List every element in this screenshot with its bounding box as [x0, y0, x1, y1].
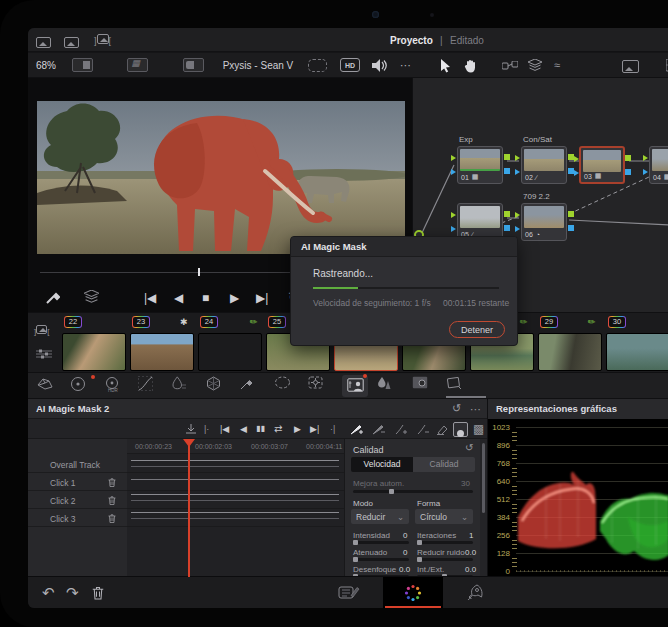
eraser-icon[interactable]: [436, 423, 449, 435]
trash-icon[interactable]: [108, 478, 116, 487]
mask-overlay-toggle[interactable]: [453, 422, 468, 437]
tracker-icon[interactable]: [308, 376, 334, 396]
forma-dropdown[interactable]: Círculo⌄: [415, 509, 473, 524]
blur-icon[interactable]: [378, 376, 404, 396]
last-frame-icon[interactable]: ▶|: [310, 425, 319, 434]
clips-filter-icon[interactable]: ][: [34, 325, 49, 336]
matte-view-icon[interactable]: ▩: [473, 423, 484, 435]
stroke-subtract-icon[interactable]: [416, 423, 429, 435]
first-frame-icon[interactable]: |◀: [220, 425, 229, 434]
undo-icon[interactable]: ↶: [42, 585, 55, 600]
eyedropper-icon[interactable]: [240, 376, 266, 396]
sizing-icon[interactable]: [446, 376, 472, 396]
track-bidirectional-icon[interactable]: ⇄: [274, 424, 282, 434]
settings-reset-icon[interactable]: ↺: [465, 443, 473, 453]
param-slider[interactable]: [417, 541, 473, 544]
stop-button[interactable]: Detener: [449, 321, 505, 338]
track-lanes[interactable]: [127, 454, 344, 577]
zoom-level[interactable]: 68%: [36, 61, 56, 71]
hand-tool-icon[interactable]: [464, 59, 477, 73]
mixer-icon[interactable]: ≈: [554, 60, 560, 71]
panel-menu-icon[interactable]: ⋯: [470, 404, 481, 415]
node-06[interactable]: 709 2.2 06◔: [521, 203, 567, 241]
qualifier-droplet-icon[interactable]: [172, 376, 198, 396]
node-01[interactable]: Exp 01▦: [457, 146, 503, 184]
magic-mask-icon[interactable]: [342, 375, 368, 397]
param-slider[interactable]: [353, 541, 409, 544]
gallery-icon[interactable]: [36, 34, 51, 52]
color-picker-icon[interactable]: [46, 290, 60, 304]
deliver-page-icon[interactable]: [466, 584, 484, 602]
camera-raw-icon[interactable]: [36, 376, 62, 396]
play-reverse-icon[interactable]: ◀: [174, 292, 183, 304]
cursor-tool-icon[interactable]: [440, 59, 451, 73]
trash-icon[interactable]: [108, 514, 116, 523]
lut-gallery-icon[interactable]: [64, 34, 79, 52]
goto-first-icon[interactable]: |◀: [144, 292, 156, 304]
tab-calidad[interactable]: Calidad: [413, 457, 475, 472]
auto-improve-slider[interactable]: [353, 490, 473, 493]
track-reverse-icon[interactable]: ◀: [240, 425, 247, 434]
scope-axis-label: 256: [497, 531, 510, 540]
trash-icon[interactable]: [92, 586, 104, 600]
lightbox-view-icon[interactable]: [72, 58, 93, 72]
curves-icon[interactable]: [138, 376, 164, 396]
node-03-selected[interactable]: 03▦: [579, 146, 625, 184]
audio-mute-icon[interactable]: [372, 59, 387, 72]
viewer-image[interactable]: [37, 101, 405, 254]
clip-23[interactable]: [130, 333, 194, 371]
tab-velocidad[interactable]: Velocidad: [351, 457, 413, 472]
picker-subtract-icon[interactable]: [372, 423, 385, 435]
clips-strip-icon[interactable]: ][: [94, 34, 111, 46]
power-window-icon[interactable]: [274, 376, 300, 396]
goto-last-icon[interactable]: ▶|: [256, 292, 268, 304]
track-forward-icon[interactable]: ▶: [294, 425, 301, 434]
clip-name[interactable]: Pxysis - Sean V: [198, 61, 318, 71]
dialog-titlebar[interactable]: AI Magic Mask: [291, 237, 517, 257]
chevron-down-icon: ⌄: [461, 512, 468, 522]
param-slider[interactable]: [417, 558, 473, 561]
flags-icon[interactable]: [36, 349, 52, 359]
trash-icon[interactable]: [108, 496, 116, 505]
edit-page-icon[interactable]: [338, 585, 360, 600]
thumbnail-view-icon[interactable]: ▦: [127, 58, 148, 72]
play-icon[interactable]: ▶: [230, 292, 239, 304]
viewer-options-icon[interactable]: ⋯: [400, 60, 411, 71]
hdr-wheels-icon[interactable]: HDR: [104, 376, 130, 396]
timeline-playhead[interactable]: [188, 439, 190, 577]
clip-30[interactable]: [606, 333, 668, 371]
proxy-hd-icon[interactable]: HD: [340, 58, 360, 72]
viewer-playhead[interactable]: [198, 268, 200, 276]
color-wheels-icon[interactable]: [70, 376, 96, 396]
timeline-ruler[interactable]: 00:00:00:23 00:00:02:03 00:00:03:07 00:0…: [127, 439, 344, 454]
stop-icon[interactable]: ■: [202, 292, 209, 304]
tab-edited[interactable]: Editado: [450, 36, 484, 46]
settings-scrollbar[interactable]: [480, 439, 487, 577]
layers-icon[interactable]: [528, 59, 542, 72]
node-02[interactable]: Con/Sat 02∕: [521, 146, 567, 184]
key-icon[interactable]: [412, 376, 438, 396]
redo-icon[interactable]: ↷: [66, 585, 79, 600]
step-out-icon[interactable]: ·|: [330, 425, 335, 434]
color-page-tab-active[interactable]: [383, 577, 443, 608]
track-frame-icon[interactable]: [186, 424, 196, 434]
picker-add-icon[interactable]: [350, 423, 363, 435]
tab-project[interactable]: Proyecto: [390, 36, 433, 46]
stroke-add-icon[interactable]: [394, 423, 407, 435]
clip-24[interactable]: [198, 333, 262, 371]
modo-dropdown[interactable]: Reducir⌄: [351, 509, 409, 524]
playhead-handle[interactable]: [183, 439, 195, 447]
node-04[interactable]: 04▦: [649, 146, 668, 184]
param-slider[interactable]: [353, 558, 409, 561]
pause-icon[interactable]: ▮▮: [256, 425, 265, 433]
wipe-modes-icon[interactable]: [84, 290, 99, 304]
color-warper-icon[interactable]: [206, 376, 232, 396]
bypass-grades-icon[interactable]: [308, 59, 327, 72]
reset-icon[interactable]: ↺: [452, 403, 461, 414]
clip-22[interactable]: [62, 333, 126, 371]
mini-scrollbar[interactable]: [446, 396, 486, 398]
step-in-icon[interactable]: |·: [204, 425, 209, 434]
clip-29[interactable]: [538, 333, 602, 371]
add-node-icon[interactable]: [502, 61, 518, 71]
still-grab-icon[interactable]: [622, 59, 639, 77]
